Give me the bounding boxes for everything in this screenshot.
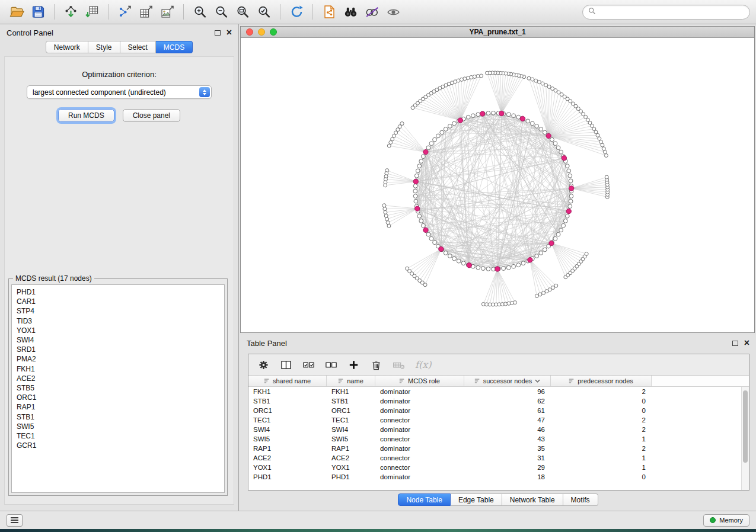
status-bar: Memory: [0, 511, 756, 529]
export-image-button[interactable]: [157, 2, 178, 21]
scrollbar-thumb[interactable]: [743, 390, 748, 463]
mcds-result-item[interactable]: STB5: [17, 383, 219, 393]
table-panel-title: Table Panel: [247, 339, 287, 348]
table-row[interactable]: TEC1TEC1connector472: [248, 415, 749, 425]
task-history-button[interactable]: [7, 514, 23, 527]
tab-edge-table[interactable]: Edge Table: [451, 493, 502, 506]
column-header-predecessor-nodes[interactable]: predecessor nodes: [551, 376, 652, 386]
mcds-result-item[interactable]: TEC1: [17, 431, 219, 441]
share-document-button[interactable]: [318, 2, 340, 21]
mcds-result-item[interactable]: RAP1: [17, 402, 219, 412]
zoom-in-button[interactable]: [189, 2, 210, 21]
eye-button[interactable]: [382, 2, 404, 21]
column-header-mcds-role[interactable]: MCDS role: [375, 376, 464, 386]
table-settings-gear-button[interactable]: [257, 359, 270, 371]
table-rows: FKH1FKH1dominator962STB1STB1dominator620…: [248, 387, 749, 482]
cell-mcds-role: connector: [375, 416, 464, 424]
import-table-button[interactable]: [81, 2, 103, 21]
cell-predecessor-nodes: 1: [551, 435, 652, 443]
cell-shared-name: STB1: [248, 398, 327, 405]
mcds-result-item[interactable]: STP4: [17, 306, 219, 316]
tab-style[interactable]: Style: [88, 41, 120, 53]
tab-motifs[interactable]: Motifs: [563, 493, 598, 506]
show-columns-icon: [280, 359, 292, 371]
export-table-button[interactable]: [135, 2, 157, 21]
table-row[interactable]: STB1STB1dominator620: [248, 396, 749, 406]
cell-successor-nodes: 96: [464, 388, 551, 395]
mcds-result-item[interactable]: GCR1: [17, 441, 219, 450]
mcds-result-item[interactable]: SWI4: [17, 335, 219, 345]
save-session-button[interactable]: [27, 2, 49, 21]
tab-network-table[interactable]: Network Table: [502, 493, 563, 506]
binoculars-button[interactable]: [340, 2, 361, 21]
mcds-result-list[interactable]: PHD1CAR1STP4TID3YOX1SWI4SRD1PMA2FKH1ACE2…: [11, 284, 225, 493]
mcds-result-item[interactable]: CAR1: [17, 297, 219, 306]
zoom-out-button[interactable]: [210, 2, 232, 21]
zoom-selected-icon: [257, 5, 272, 19]
table-row[interactable]: ORC1ORC1dominator610: [248, 406, 749, 415]
tab-network[interactable]: Network: [46, 41, 88, 53]
delete-rows-button[interactable]: [370, 359, 382, 371]
analyzer-glasses-button[interactable]: [361, 2, 382, 21]
import-network-button[interactable]: [60, 2, 81, 21]
column-header-successor-nodes[interactable]: successor nodes: [464, 376, 551, 386]
function-builder-button[interactable]: f(x): [415, 359, 431, 370]
select-all-button[interactable]: [302, 359, 315, 371]
minimize-window-icon[interactable]: [258, 28, 265, 36]
maximize-window-icon[interactable]: [270, 28, 277, 36]
network-canvas[interactable]: [241, 39, 754, 332]
close-table-panel-icon[interactable]: ×: [744, 338, 749, 348]
float-panel-icon[interactable]: [215, 30, 221, 36]
search-field[interactable]: [582, 5, 750, 20]
run-mcds-button[interactable]: Run MCDS: [58, 109, 114, 122]
export-network-button[interactable]: [114, 2, 135, 21]
mcds-result-item[interactable]: PMA2: [17, 354, 219, 364]
refresh-button[interactable]: [286, 2, 307, 21]
cell-shared-name: SWI5: [248, 435, 327, 443]
table-row[interactable]: SWI4SWI4dominator462: [248, 425, 749, 434]
column-header-shared-name[interactable]: shared name: [248, 376, 327, 386]
table-row[interactable]: PHD1PHD1dominator180: [248, 472, 749, 482]
mcds-result-item[interactable]: ACE2: [17, 374, 219, 383]
close-panel-icon[interactable]: ×: [227, 28, 232, 37]
tab-node-table[interactable]: Node Table: [398, 493, 451, 506]
table-scrollbar[interactable]: [741, 387, 749, 490]
column-sort-icon: [569, 378, 575, 384]
mcds-result-item[interactable]: SWI5: [17, 422, 219, 431]
criterion-dropdown[interactable]: largest connected component (undirected): [27, 85, 212, 99]
table-toolbar: f(x): [248, 354, 749, 376]
mcds-result-item[interactable]: PHD1: [17, 287, 219, 297]
clear-disabled-button[interactable]: [393, 359, 405, 371]
mcds-result-item[interactable]: TID3: [17, 316, 219, 326]
table-row[interactable]: FKH1FKH1dominator962: [248, 387, 749, 396]
column-header-name[interactable]: name: [327, 376, 375, 386]
mcds-result-item[interactable]: ORC1: [17, 393, 219, 402]
zoom-selected-button[interactable]: [253, 2, 275, 21]
table-row[interactable]: RAP1RAP1dominator352: [248, 444, 749, 453]
table-row[interactable]: YOX1YOX1connector291: [248, 463, 749, 472]
close-window-icon[interactable]: [246, 28, 253, 36]
memory-button[interactable]: Memory: [703, 514, 749, 527]
mcds-result-item[interactable]: FKH1: [17, 364, 219, 374]
close-panel-button[interactable]: Close panel: [123, 109, 180, 122]
table-row[interactable]: SWI5SWI5connector431: [248, 434, 749, 444]
share-document-icon: [322, 5, 337, 19]
network-window-titlebar[interactable]: YPA_prune.txt_1: [241, 27, 754, 38]
search-input[interactable]: [599, 8, 744, 16]
deselect-all-button[interactable]: [325, 359, 337, 371]
zoom-fit-button[interactable]: [232, 2, 253, 21]
mcds-result-item[interactable]: SRD1: [17, 345, 219, 354]
mcds-result-item[interactable]: STB1: [17, 412, 219, 422]
cell-predecessor-nodes: 0: [551, 473, 652, 480]
tab-mcds[interactable]: MCDS: [156, 41, 193, 53]
mcds-result-item[interactable]: YOX1: [17, 326, 219, 335]
float-table-panel-icon[interactable]: [732, 341, 738, 346]
column-sort-icon: [338, 378, 344, 384]
show-columns-button[interactable]: [280, 359, 292, 371]
cell-predecessor-nodes: 2: [551, 416, 652, 424]
table-row[interactable]: ACE2ACE2connector311: [248, 453, 749, 463]
open-file-button[interactable]: [6, 2, 27, 21]
add-row-button[interactable]: [347, 359, 360, 371]
tab-select[interactable]: Select: [120, 41, 156, 53]
cell-successor-nodes: 61: [464, 407, 551, 414]
